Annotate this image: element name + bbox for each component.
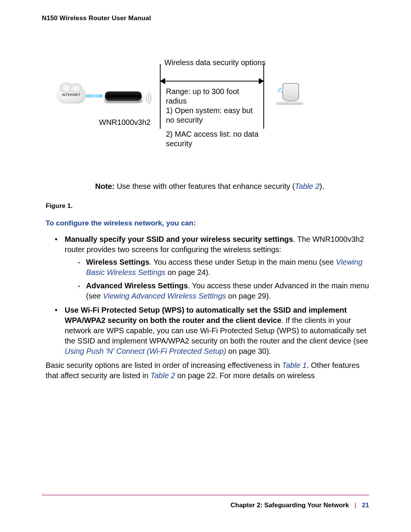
bullet1-bold: Manually specify your SSID and your wire…	[65, 235, 293, 243]
computer-wifi-icon	[276, 86, 283, 94]
subheading: To configure the wireless network, you c…	[46, 219, 369, 227]
footer-rule	[42, 495, 369, 495]
closing-paragraph: Basic security options are listed in ord…	[46, 360, 369, 381]
range-arrow-icon	[161, 81, 263, 81]
sub2-bold: Advanced Wireless Settings	[86, 281, 188, 290]
xref-table1[interactable]: Table 1	[282, 361, 307, 369]
note-text-before: Use these with other features that enhan…	[115, 182, 295, 190]
closing-after: on page 22. For more details on wireless	[175, 371, 315, 380]
diagram-heading: Wireless data security options	[164, 58, 266, 67]
sub2-after: on page 29).	[226, 292, 271, 300]
diagram-range-block: Range: up to 300 foot radius 1) Open sys…	[166, 87, 261, 125]
footer-page-number: 21	[362, 502, 369, 509]
diagram-range: Range: up to 300 foot radius	[166, 87, 261, 106]
router-model-label: WNR1000v3h2	[99, 118, 151, 127]
document-header: N150 Wireless Router User Manual	[42, 14, 369, 22]
internet-label: INTERNET	[56, 93, 86, 97]
bullet-manual-ssid: Manually specify your SSID and your wire…	[53, 234, 369, 301]
diagram-option-2: 2) MAC access list: no data security	[166, 129, 261, 149]
note-prefix: Note:	[95, 182, 115, 190]
sub1-after: on page 24).	[166, 268, 210, 276]
xref-viewing-advanced[interactable]: Viewing Advanced Wireless Settings	[103, 292, 226, 300]
xref-push-n-connect[interactable]: Using Push 'N' Connect (Wi-Fi Protected …	[65, 347, 226, 355]
ethernet-link-icon	[86, 94, 103, 97]
internet-cloud-icon: INTERNET	[56, 87, 86, 106]
note-xref-table2[interactable]: Table 2	[295, 182, 320, 190]
footer-chapter: Chapter 2: Safeguarding Your Network	[231, 502, 349, 509]
page-footer: Chapter 2: Safeguarding Your Network | 2…	[42, 495, 369, 509]
diagram-option-1: 1) Open system: easy but no security	[166, 106, 261, 125]
footer-separator: |	[351, 502, 360, 509]
sub-bullet-wireless-settings: Wireless Settings. You access these unde…	[76, 257, 369, 278]
note-paragraph: Note: Use these with other features that…	[95, 182, 369, 191]
sub-bullet-advanced-wireless: Advanced Wireless Settings. You access t…	[76, 281, 369, 301]
note-text-after: ).	[320, 182, 324, 190]
wifi-waves-icon	[139, 86, 162, 109]
closing-before1: Basic security options are listed in ord…	[46, 361, 282, 369]
sub1-bold: Wireless Settings	[86, 258, 150, 266]
xref-table2-footer[interactable]: Table 2	[150, 371, 175, 380]
diagram: INTERNET WNR1000v3h2 Wireless data secur…	[49, 56, 369, 171]
bullet2-after: on page 30).	[226, 347, 271, 355]
sub1-before: . You access these under Setup in the ma…	[150, 258, 336, 266]
bullet-wps: Use Wi-Fi Protected Setup (WPS) to autom…	[53, 305, 369, 356]
range-rule-right	[263, 64, 264, 129]
range-rule-left	[160, 64, 161, 129]
figure-caption: Figure 1.	[46, 202, 369, 210]
computer-icon	[274, 83, 304, 110]
